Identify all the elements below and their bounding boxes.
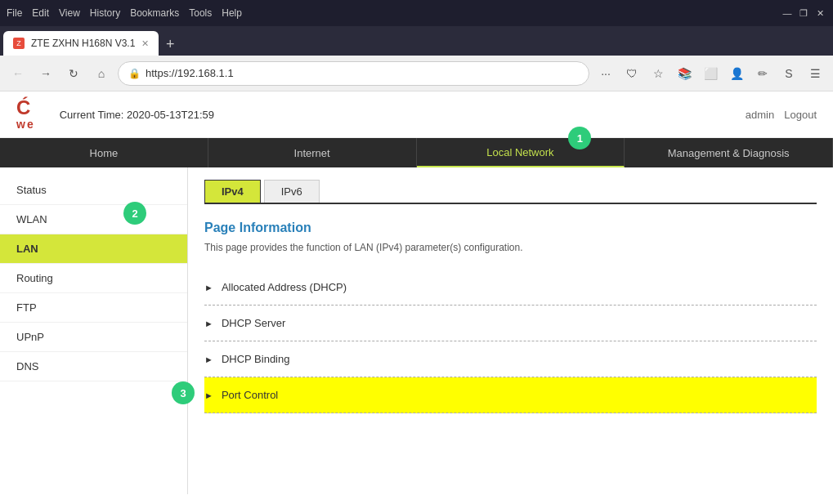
sidebar-item-wlan[interactable]: WLAN 2 — [0, 205, 187, 234]
section-label-dhcp-binding: DHCP Binding — [222, 353, 290, 365]
tab-favicon: Z — [13, 38, 25, 49]
menu-bookmarks[interactable]: Bookmarks — [130, 7, 179, 19]
main-content: IPv4 IPv6 Page Information This page pro… — [188, 167, 833, 494]
sync-button[interactable]: ⬜ — [699, 62, 722, 85]
section-allocated-address[interactable]: ► Allocated Address (DHCP) — [204, 270, 817, 306]
sidebar-item-upnp[interactable]: UPnP — [0, 323, 187, 352]
sidebar-item-dns[interactable]: DNS — [0, 352, 187, 381]
section-dhcp-binding[interactable]: ► DHCP Binding — [204, 341, 817, 377]
annotation-3: 3 — [172, 381, 195, 404]
section-label-allocated-address: Allocated Address (DHCP) — [222, 281, 347, 293]
security-icon: 🔒 — [128, 68, 141, 79]
main-nav: Home Internet Local Network 1 Management… — [0, 138, 833, 167]
window-controls: — ❐ ✕ — [781, 7, 826, 20]
nav-local-network[interactable]: Local Network 1 — [417, 138, 625, 167]
shield-button[interactable]: 🛡 — [620, 62, 643, 85]
menu-file[interactable]: File — [7, 7, 22, 19]
tab-ipv6[interactable]: IPv6 — [264, 180, 320, 203]
url-text: https://192.168.1.1 — [146, 67, 234, 79]
new-tab-button[interactable]: + — [159, 33, 181, 56]
maximize-button[interactable]: ❐ — [797, 7, 810, 20]
menu-edit[interactable]: Edit — [32, 7, 49, 19]
account-button[interactable]: 👤 — [725, 62, 748, 85]
menu-open-button[interactable]: ☰ — [804, 62, 826, 85]
section-dhcp-server[interactable]: ► DHCP Server — [204, 306, 817, 341]
tab-bar: Z ZTE ZXHN H168N V3.1 ✕ + — [0, 26, 833, 56]
tab-title: ZTE ZXHN H168N V3.1 — [31, 38, 135, 49]
user-controls: admin Logout — [746, 109, 817, 121]
arrow-icon-3: ► — [204, 355, 213, 364]
arrow-icon-4: ► — [204, 390, 213, 400]
content-tab-row: IPv4 IPv6 — [204, 180, 817, 204]
sidebar-item-ftp[interactable]: FTP — [0, 293, 187, 323]
nav-internet[interactable]: Internet — [208, 138, 417, 167]
nav-home[interactable]: Home — [0, 138, 208, 167]
sidebar-item-routing[interactable]: Routing — [0, 264, 187, 293]
minimize-button[interactable]: — — [781, 7, 794, 20]
sidebar-item-lan[interactable]: LAN — [0, 234, 187, 264]
logo-we: we — [16, 118, 35, 131]
section-port-control[interactable]: 3 ► Port Control — [204, 377, 817, 413]
menu-tools[interactable]: Tools — [189, 7, 212, 19]
bookmark-button[interactable]: ☆ — [647, 62, 670, 85]
sidebar: Status WLAN 2 LAN Routing FTP UPnP DNS — [0, 167, 188, 494]
more-button[interactable]: ··· — [594, 62, 617, 85]
section-label-dhcp-server: DHCP Server — [222, 317, 286, 329]
logo-c: Ć — [16, 98, 35, 118]
tab-close-button[interactable]: ✕ — [141, 38, 149, 49]
browser-menu: File Edit View History Bookmarks Tools H… — [7, 7, 242, 19]
annotation-1: 1 — [568, 127, 591, 149]
annotation-2: 2 — [123, 202, 146, 225]
menu-view[interactable]: View — [59, 7, 80, 19]
reload-button[interactable]: ↻ — [62, 62, 85, 85]
nav-management[interactable]: Management & Diagnosis — [625, 138, 833, 167]
menu-history[interactable]: History — [90, 7, 120, 19]
router-logo: Ć we — [16, 98, 35, 131]
menu-help[interactable]: Help — [222, 7, 242, 19]
admin-link[interactable]: admin — [746, 109, 774, 121]
content-area: Status WLAN 2 LAN Routing FTP UPnP DNS I… — [0, 167, 833, 494]
page-info-title: Page Information — [204, 221, 817, 235]
page-info-desc: This page provides the function of LAN (… — [204, 242, 817, 253]
arrow-icon-2: ► — [204, 319, 213, 328]
router-header: Ć we Current Time: 2020-05-13T21:59 admi… — [0, 91, 833, 138]
home-button[interactable]: ⌂ — [90, 62, 113, 85]
url-bar[interactable]: 🔒 https://192.168.1.1 — [118, 61, 589, 86]
pen-button[interactable]: ✏ — [751, 62, 774, 85]
section-label-port-control: Port Control — [222, 389, 278, 401]
current-time: Current Time: 2020-05-13T21:59 — [60, 109, 214, 121]
close-button[interactable]: ✕ — [813, 7, 826, 20]
tab-ipv4[interactable]: IPv4 — [204, 180, 261, 203]
back-button[interactable]: ← — [7, 62, 29, 85]
arrow-icon-1: ► — [204, 283, 213, 292]
toolbar-icons: ··· 🛡 ☆ 📚 ⬜ 👤 ✏ S ☰ — [594, 62, 826, 85]
sidebar-item-status[interactable]: Status — [0, 176, 187, 205]
logout-link[interactable]: Logout — [784, 109, 817, 121]
browser-tab-active[interactable]: Z ZTE ZXHN H168N V3.1 ✕ — [3, 31, 159, 56]
page-wrapper: Ć we Current Time: 2020-05-13T21:59 admi… — [0, 91, 833, 504]
forward-button[interactable]: → — [34, 62, 57, 85]
address-bar: ← → ↻ ⌂ 🔒 https://192.168.1.1 ··· 🛡 ☆ 📚 … — [0, 56, 833, 91]
browser-titlebar: File Edit View History Bookmarks Tools H… — [0, 0, 833, 26]
library-button[interactable]: 📚 — [673, 62, 696, 85]
extensions-button[interactable]: S — [777, 62, 800, 85]
